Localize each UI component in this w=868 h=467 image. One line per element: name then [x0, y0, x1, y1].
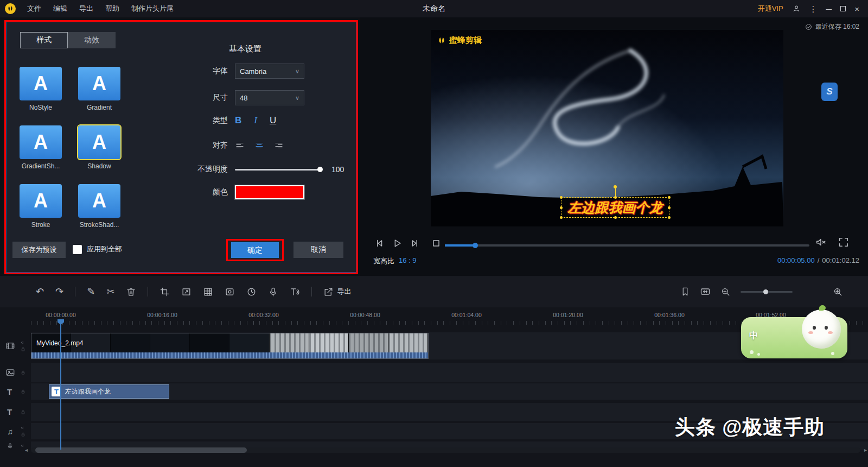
playhead[interactable]: [60, 321, 61, 450]
freeze-frame-button[interactable]: [225, 287, 235, 297]
volume-icon[interactable]: [815, 236, 827, 248]
seek-slider[interactable]: [445, 244, 809, 247]
play-button[interactable]: [391, 237, 403, 249]
ok-button[interactable]: 确定: [231, 242, 279, 258]
voiceover-mic-button[interactable]: [268, 287, 278, 297]
apply-all-checkbox[interactable]: [73, 245, 82, 254]
stop-button[interactable]: [430, 237, 442, 249]
fit-timeline-button[interactable]: [700, 286, 711, 297]
scrollbar-thumb[interactable]: [35, 447, 247, 453]
size-select[interactable]: 48 ∨: [235, 90, 304, 105]
scroll-right-arrow[interactable]: ▸: [864, 447, 867, 453]
track-lock-icon[interactable]: [21, 347, 25, 352]
zoom-in-button[interactable]: [833, 287, 843, 297]
crop-button[interactable]: [159, 287, 170, 297]
italic-button[interactable]: I: [254, 115, 257, 126]
opacity-value: 100: [331, 165, 344, 174]
track-lock-icon[interactable]: [21, 432, 25, 437]
track-mute-icon[interactable]: [21, 426, 25, 431]
track-mute-icon[interactable]: [21, 340, 25, 345]
resize-handle[interactable]: [560, 216, 563, 219]
zoom-out-button[interactable]: [720, 287, 731, 297]
track-lock-icon[interactable]: [21, 409, 25, 414]
ime-mode-indicator[interactable]: 中: [749, 329, 758, 342]
resize-handle[interactable]: [668, 196, 671, 199]
edit-pencil-button[interactable]: ✎: [87, 287, 95, 296]
preset-gradient[interactable]: A Gradient: [78, 67, 120, 111]
timeline-ruler[interactable]: 00:00:00.00 00:00:16.00 00:00:32.00 00:0…: [0, 311, 868, 325]
menu-intro-outro[interactable]: 制作片头片尾: [125, 2, 180, 16]
undo-button[interactable]: ↶: [36, 287, 44, 296]
preset-stroke[interactable]: A Stroke: [20, 184, 62, 229]
cancel-button[interactable]: 取消: [293, 242, 343, 258]
menu-file[interactable]: 文件: [21, 2, 47, 16]
seek-slider-thumb[interactable]: [473, 243, 478, 248]
text-to-speech-button[interactable]: [290, 287, 300, 297]
align-center-button[interactable]: [254, 141, 264, 150]
resize-handle[interactable]: [560, 206, 563, 209]
track-lock-icon[interactable]: [21, 370, 25, 375]
preset-nostyle[interactable]: A NoStyle: [20, 67, 62, 111]
save-preset-button[interactable]: 保存为预设: [12, 242, 66, 258]
maximize-button[interactable]: [840, 6, 846, 11]
aspect-ratio-value[interactable]: 16 : 9: [399, 256, 417, 266]
ime-leaf-decoration: [819, 305, 826, 311]
resize-handle[interactable]: [614, 216, 617, 219]
ime-skin-widget[interactable]: 中: [741, 312, 847, 358]
align-right-button[interactable]: [274, 141, 284, 150]
opacity-slider-thumb[interactable]: [317, 167, 323, 172]
text-overlay-selection[interactable]: 左边跟我画个龙: [561, 197, 669, 218]
seek-slider-fill: [445, 244, 475, 247]
more-menu-icon[interactable]: ⋮: [809, 5, 818, 13]
account-icon[interactable]: [792, 4, 801, 13]
marker-button[interactable]: [680, 287, 690, 296]
resize-handle[interactable]: [560, 196, 563, 199]
mosaic-button[interactable]: [203, 287, 213, 297]
horizontal-scrollbar[interactable]: [31, 447, 860, 453]
preset-strokeshadow[interactable]: A StrokeShad...: [78, 184, 120, 229]
vip-button[interactable]: 开通VIP: [758, 4, 783, 14]
text-overlay[interactable]: 左边跟我画个龙: [568, 199, 663, 217]
preset-shadow[interactable]: A Shadow: [78, 125, 120, 170]
opacity-slider[interactable]: [235, 169, 322, 171]
project-title: 未命名: [423, 4, 445, 14]
size-row: 尺寸 48 ∨: [191, 90, 304, 105]
delete-button[interactable]: [126, 287, 136, 297]
bold-button[interactable]: B: [235, 115, 241, 126]
align-left-button[interactable]: [235, 141, 245, 150]
export-button[interactable]: 导出: [323, 287, 351, 297]
scale-button[interactable]: [181, 287, 192, 297]
track-lock-icon[interactable]: [21, 389, 25, 394]
tab-motion[interactable]: 动效: [68, 32, 116, 48]
picture-track: [0, 363, 868, 382]
side-float-icon[interactable]: S: [821, 83, 838, 101]
close-button[interactable]: ×: [854, 5, 859, 13]
toolbar-divider: [75, 287, 75, 296]
split-scissors-button[interactable]: ✂: [106, 287, 114, 296]
video-clip[interactable]: MyVideo_2.mp4: [31, 333, 429, 359]
resize-handle[interactable]: [614, 196, 617, 199]
fullscreen-icon[interactable]: [838, 236, 850, 248]
menu-export[interactable]: 导出: [73, 2, 99, 16]
underline-button[interactable]: U: [270, 115, 276, 126]
scroll-left-arrow[interactable]: ◂: [25, 447, 28, 453]
redo-button[interactable]: ↷: [55, 287, 63, 296]
ruler-label: 00:01:20.00: [541, 312, 595, 318]
duration-clock-button[interactable]: [246, 287, 257, 297]
preset-gradientshadow[interactable]: A GradientSh...: [20, 125, 62, 170]
color-swatch[interactable]: [235, 185, 304, 199]
tab-style[interactable]: 样式: [20, 32, 68, 48]
resize-handle[interactable]: [668, 216, 671, 219]
menu-help[interactable]: 帮助: [99, 2, 125, 16]
next-frame-button[interactable]: [409, 237, 421, 249]
resize-handle[interactable]: [668, 206, 671, 209]
timeline-zoom-slider[interactable]: [741, 291, 793, 293]
minimize-button[interactable]: ─: [826, 5, 832, 13]
text-clip[interactable]: T 左边跟我画个龙: [49, 384, 169, 399]
previous-frame-button[interactable]: [373, 237, 385, 249]
menu-edit[interactable]: 编辑: [47, 2, 73, 16]
rotation-handle[interactable]: [614, 185, 617, 188]
font-select[interactable]: Cambria ∨: [235, 64, 304, 79]
video-preview[interactable]: 蜜蜂剪辑 左边跟我画个龙: [431, 30, 783, 226]
timeline-zoom-thumb[interactable]: [763, 289, 768, 294]
